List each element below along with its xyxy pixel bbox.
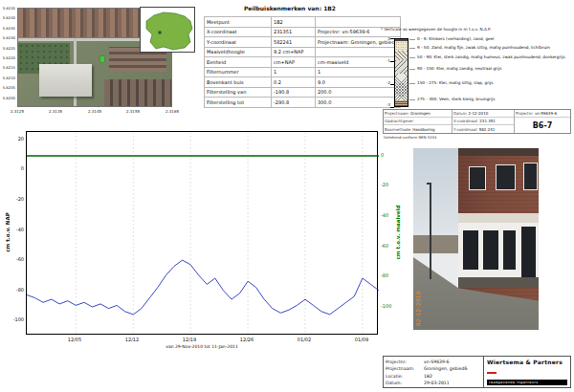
boring-info-table: ProjectnaamGroningen Opdrachtgever Boorm…	[383, 109, 571, 134]
borehole-layer-clay	[395, 60, 408, 74]
groningen-outline	[141, 8, 196, 54]
info-value: 2-12-2010	[469, 111, 489, 116]
photo-shop-window	[463, 230, 478, 271]
photo-lamppost-head	[427, 183, 431, 185]
chart-right-axis-label: cm t.o.v. maaiveld	[395, 194, 401, 271]
chart-x-tick: 12/19	[175, 337, 204, 342]
info-value: Handboring	[412, 127, 434, 132]
char-label: X-coordinaat	[205, 27, 272, 37]
borehole-layer-description: 150 - 275: Klei, matig siltig, slap, gri…	[417, 80, 568, 85]
company-name: Wiertsema & Partners	[487, 359, 567, 365]
info-label: Boormethode	[385, 127, 410, 132]
info-value: 231.351	[479, 119, 496, 123]
borehole-layer-description: 0 - 9: Klinkers (verharding), zand, geel	[417, 36, 568, 41]
borehole-layer-description: 50 - 90: Klei, sterk zandig, matig humeu…	[417, 54, 568, 59]
province-minimap	[140, 7, 195, 53]
info-value: 582.241	[479, 127, 496, 132]
well-location-marker	[100, 56, 104, 62]
minimap-location-dot	[158, 31, 162, 34]
chart-x-tick: 12/26	[232, 337, 261, 342]
photo-shop-window	[483, 230, 498, 271]
borehole-layer-description: 9 - 50: Zand, matig fijn, zwak siltig, m…	[417, 45, 568, 50]
boring-info-col: Projectnrvn-59639-6 B6-7	[514, 110, 570, 133]
footer-row: Projectnaam:Groningen, gebied6	[386, 365, 481, 372]
char-label: Meetpunt	[205, 17, 272, 28]
borehole-tick-mark	[390, 107, 394, 108]
aerial-x-tick: 2.3135	[43, 109, 68, 114]
photo-timestamp: 02-12-2010	[415, 291, 421, 326]
borehole-layer-sand	[395, 41, 408, 51]
footer-value: Groningen, gebied6	[424, 366, 467, 371]
char-value	[316, 17, 401, 28]
char-value: 231351	[272, 27, 316, 37]
borehole-depth-tick: -1	[377, 58, 390, 63]
borehole-layer-clay-sandy	[395, 51, 408, 60]
footer-project-fields: Projectnr:vn-59639-6 Projectnaam:Groning…	[384, 357, 484, 387]
company-subtitle: raadgevende ingenieurs	[487, 380, 567, 385]
borehole-leader-line	[409, 83, 415, 84]
aerial-housing-block	[104, 79, 172, 107]
photo-window	[496, 164, 516, 190]
char-value: -290.8	[272, 98, 316, 108]
borehole-depth-tick: -2	[377, 80, 390, 85]
table-row: Bovenkant buis 0.2 9.0	[205, 77, 401, 88]
boring-caption: Getekend conform NEN 5104	[384, 135, 436, 140]
chart-right-tick: -100	[381, 303, 394, 309]
info-value: Groningen	[410, 111, 430, 116]
table-row: Filterstelling van -190.8 200.0	[205, 87, 401, 98]
table-row: Eenheid cm+NAP cm-maaiveld	[205, 57, 401, 68]
characteristics-table: Meetpunt 1B2 X-coordinaat 231351 Project…	[204, 16, 401, 108]
page-title: Peilbuiskenmerken van: 1B2	[204, 5, 376, 11]
company-logo: Wiertsema & Partners raadgevende ingenie…	[484, 357, 570, 387]
footer-value: 29-03-2011	[424, 381, 450, 385]
info-label: Opdrachtgever	[385, 119, 413, 123]
borehole-layer-clay-silty	[395, 74, 408, 100]
borehole-leader-line	[409, 99, 415, 100]
char-value: -190.8	[272, 87, 316, 98]
char-value	[316, 47, 401, 57]
chart-left-tick: -100	[7, 316, 24, 322]
char-label: Eenheid	[205, 57, 272, 68]
photo-shop-window	[503, 230, 516, 271]
chart-x-tick: 01/02	[290, 337, 319, 342]
chart-left-tick: -20	[7, 196, 24, 202]
borehole-layer-description: 275 - 300: Veen, sterk kleiig, bruingrij…	[417, 97, 568, 101]
chart-right-tick: -60	[381, 243, 394, 249]
table-row: Meetpunt 1B2	[205, 17, 401, 28]
chart-x-tick: 12/05	[60, 337, 89, 342]
aerial-large-building	[39, 64, 92, 97]
site-photo: 02-12-2010	[413, 148, 539, 330]
char-label: Filterstelling van	[205, 87, 272, 98]
char-label: Y-coordinaat	[205, 37, 272, 48]
aerial-y-tick: 5.8215	[1, 65, 15, 70]
aerial-x-tick: 2.3125	[5, 109, 30, 114]
aerial-x-tick: 2.3165	[160, 109, 185, 114]
chart-right-tick: -80	[381, 272, 394, 278]
borehole-column	[394, 38, 408, 107]
chart-right-tick: -40	[381, 212, 394, 218]
boring-info-col: Datum2-12-2010 X-coördinaat231.351 Y-coö…	[452, 110, 514, 133]
aerial-y-tick: 5.8230	[1, 35, 15, 40]
info-label: Projectnr	[516, 111, 533, 116]
char-value: 0.2	[272, 77, 316, 88]
photo-roofline	[458, 148, 539, 156]
photo-lamppost	[430, 185, 431, 279]
chart-right-tick: -20	[381, 182, 394, 187]
aerial-y-tick: 5.8240	[1, 15, 15, 20]
borehole-leader-line	[409, 39, 415, 40]
borehole-layer-peat	[395, 100, 408, 106]
boring-id: B6-7	[515, 118, 570, 133]
char-value: 1B2	[272, 17, 316, 28]
borehole-layer-description: 90 - 150: Klei, matig zandig, neutraal g…	[417, 66, 568, 71]
chart-right-tick: 0	[381, 152, 394, 158]
table-row: X-coordinaat 231351 Projectnr: vn-59639-…	[205, 27, 401, 37]
char-value: 1	[316, 67, 401, 77]
borehole-note: * Verticale as weergegeven de hoogte in …	[381, 27, 572, 32]
char-label: Bovenkant buis	[205, 77, 272, 88]
groundwater-chart	[26, 131, 378, 335]
chart-date-range: van 29-Nov-2010 tot 11-Jan-2011	[26, 344, 378, 349]
aerial-x-tick: 2.3155	[121, 109, 145, 114]
char-value: 1	[272, 67, 316, 77]
chart-left-tick: 0	[7, 165, 24, 171]
footer-label: Locatie:	[386, 373, 424, 380]
